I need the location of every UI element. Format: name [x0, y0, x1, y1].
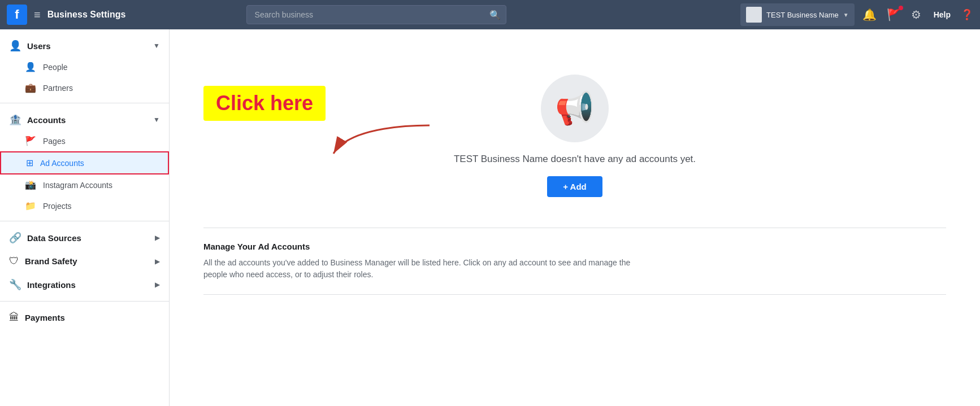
sidebar-item-data-sources[interactable]: 🔗 Data Sources ▶ [0, 226, 169, 250]
sidebar-item-partners[interactable]: 💼 Partners [0, 77, 169, 98]
sidebar-item-pages[interactable]: 🚩 Pages [0, 130, 169, 151]
ad-accounts-label: Ad Accounts [40, 159, 84, 168]
business-selector-button[interactable]: TEST Business Name ▼ [740, 3, 855, 26]
top-navigation: f ≡ Business Settings 🔍 TEST Business Na… [0, 0, 980, 29]
business-name-label: TEST Business Name [766, 11, 839, 19]
megaphone-circle: 📢 [541, 75, 609, 142]
add-ad-account-button[interactable]: + Add [547, 176, 602, 197]
payments-left: 🏛 Payments [9, 312, 65, 324]
accounts-section-icon: 🏦 [9, 113, 21, 126]
projects-label: Projects [43, 202, 72, 211]
empty-state: 📢 TEST Business Name doesn't have any ad… [203, 52, 946, 214]
main-layout: 👤 Users ▼ 👤 People 💼 Partners 🏦 Accounts… [0, 29, 980, 406]
ad-accounts-icon: ⊞ [26, 158, 33, 168]
sidebar-item-ad-accounts[interactable]: ⊞ Ad Accounts [0, 151, 169, 174]
sidebar-divider-1 [0, 103, 169, 103]
integrations-icon: 🔧 [9, 278, 21, 291]
payments-label: Payments [25, 313, 65, 322]
instagram-icon: 📸 [25, 180, 36, 190]
projects-icon: 📁 [25, 200, 36, 211]
search-icon: 🔍 [489, 10, 501, 20]
data-sources-icon: 🔗 [9, 232, 21, 244]
business-avatar [746, 7, 762, 23]
notifications-icon[interactable]: 🔔 [860, 6, 879, 24]
accounts-chevron-icon: ▼ [153, 116, 160, 124]
sidebar-item-payments[interactable]: 🏛 Payments [0, 306, 169, 329]
manage-section: Manage Your Ad Accounts All the ad accou… [203, 242, 946, 281]
app-title: Business Settings [47, 10, 126, 20]
brand-safety-label: Brand Safety [25, 256, 77, 266]
annotation-arrow [316, 120, 441, 165]
main-content: Click here 📢 TEST Business Name doesn't … [170, 29, 980, 406]
integrations-chevron-icon: ▶ [155, 281, 160, 289]
search-bar: 🔍 [246, 5, 506, 24]
search-input[interactable] [246, 5, 506, 24]
facebook-logo: f [7, 5, 27, 25]
partners-icon: 💼 [25, 82, 36, 93]
brand-safety-icon: 🛡 [9, 255, 19, 267]
pages-icon: 🚩 [25, 136, 36, 146]
click-here-annotation: Click here [203, 86, 326, 121]
sidebar-section-users[interactable]: 👤 Users ▼ [0, 34, 169, 56]
users-chevron-icon: ▼ [153, 42, 160, 50]
people-icon: 👤 [25, 62, 36, 72]
users-section-icon: 👤 [9, 40, 21, 52]
sidebar: 👤 Users ▼ 👤 People 💼 Partners 🏦 Accounts… [0, 29, 170, 406]
sidebar-divider-3 [0, 301, 169, 302]
click-here-label: Click here [216, 91, 313, 115]
dropdown-chevron-icon: ▼ [843, 12, 849, 18]
brand-safety-left: 🛡 Brand Safety [9, 255, 77, 267]
instagram-label: Instagram Accounts [43, 181, 112, 190]
sidebar-item-people[interactable]: 👤 People [0, 56, 169, 77]
flag-icon[interactable]: 🚩 [884, 6, 903, 24]
manage-desc: All the ad accounts you've added to Busi… [203, 257, 656, 281]
integrations-left: 🔧 Integrations [9, 278, 76, 291]
accounts-section-left: 🏦 Accounts [9, 113, 66, 126]
sidebar-item-brand-safety[interactable]: 🛡 Brand Safety ▶ [0, 250, 169, 273]
content-divider-2 [203, 294, 946, 295]
data-sources-label: Data Sources [27, 233, 81, 243]
add-button-label: + Add [563, 182, 587, 191]
users-section-left: 👤 Users [9, 40, 51, 52]
sidebar-section-accounts[interactable]: 🏦 Accounts ▼ [0, 108, 169, 130]
sidebar-divider-2 [0, 221, 169, 221]
pages-label: Pages [43, 137, 66, 146]
integrations-label: Integrations [27, 280, 76, 290]
partners-label: Partners [43, 84, 73, 93]
people-label: People [43, 63, 68, 72]
accounts-section-label: Accounts [27, 115, 66, 125]
manage-title: Manage Your Ad Accounts [203, 242, 946, 251]
topnav-right-actions: TEST Business Name ▼ 🔔 🚩 ⚙ Help ❓ [740, 3, 973, 26]
hamburger-menu-icon[interactable]: ≡ [34, 8, 41, 21]
content-divider [203, 228, 946, 228]
settings-gear-icon[interactable]: ⚙ [909, 6, 923, 24]
sidebar-item-integrations[interactable]: 🔧 Integrations ▶ [0, 273, 169, 296]
users-section-label: Users [27, 41, 51, 51]
sidebar-item-projects[interactable]: 📁 Projects [0, 195, 169, 216]
help-button[interactable]: Help [929, 8, 955, 21]
data-sources-chevron-icon: ▶ [155, 234, 160, 242]
megaphone-icon: 📢 [555, 90, 595, 127]
empty-state-text: TEST Business Name doesn't have any ad a… [454, 154, 696, 165]
brand-safety-chevron-icon: ▶ [155, 257, 160, 265]
data-sources-left: 🔗 Data Sources [9, 232, 81, 244]
sidebar-item-instagram[interactable]: 📸 Instagram Accounts [0, 174, 169, 195]
help-circle-icon: ❓ [961, 8, 973, 21]
payments-icon: 🏛 [9, 312, 19, 324]
notification-badge [899, 6, 903, 10]
